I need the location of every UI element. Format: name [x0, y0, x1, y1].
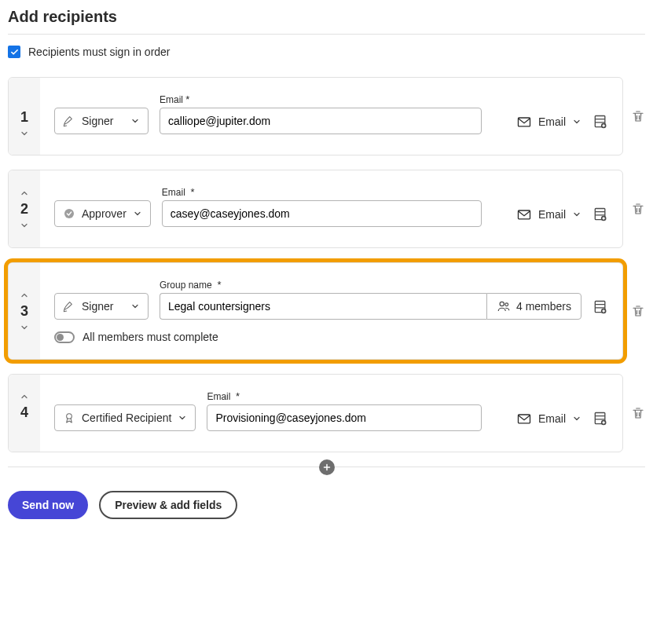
chevron-down-icon — [572, 210, 581, 219]
envelope-icon — [516, 207, 532, 222]
order-column: 2 — [9, 170, 40, 247]
move-up-button[interactable] — [20, 291, 29, 300]
footer-actions: Send now Preview & add fields — [8, 491, 645, 519]
delivery-method-select[interactable]: Email — [516, 207, 581, 222]
add-recipient-button[interactable] — [319, 459, 335, 475]
email-input[interactable] — [160, 108, 482, 134]
delete-recipient-button[interactable] — [631, 406, 645, 420]
svg-point-8 — [505, 303, 508, 306]
chevron-down-icon — [178, 413, 187, 423]
delete-recipient-button[interactable] — [631, 304, 645, 318]
address-book-icon — [592, 207, 608, 222]
role-label: Certified Recipient — [82, 412, 171, 424]
move-up-button[interactable] — [20, 188, 29, 198]
chevron-down-icon — [20, 129, 29, 138]
check-circle-icon — [63, 207, 75, 220]
address-book-button[interactable] — [592, 411, 608, 426]
sign-in-order-row: Recipients must sign in order — [8, 35, 645, 77]
pen-icon — [63, 115, 75, 127]
chevron-up-icon — [20, 291, 29, 300]
svg-point-11 — [67, 414, 72, 419]
delivery-method-select[interactable]: Email — [516, 114, 581, 130]
address-book-button[interactable] — [592, 114, 608, 130]
order-number: 2 — [20, 201, 28, 218]
people-icon — [497, 299, 511, 313]
address-book-icon — [592, 299, 608, 315]
chevron-down-icon — [130, 116, 140, 126]
recipient-card: 2 Approver Email * — [8, 170, 623, 248]
trash-icon — [631, 109, 645, 123]
card-body: Signer Email * Email — [40, 78, 622, 155]
delete-recipient-button[interactable] — [631, 202, 645, 216]
address-book-button[interactable] — [592, 299, 608, 315]
move-up-button[interactable] — [20, 392, 29, 401]
ribbon-icon — [63, 412, 75, 424]
card-body: Certified Recipient Email * Email — [40, 375, 622, 452]
order-column: 1 — [9, 78, 40, 155]
email-input[interactable] — [162, 200, 482, 227]
move-down-button[interactable] — [20, 129, 29, 138]
all-members-toggle-row: All members must complete — [54, 331, 608, 343]
send-now-button[interactable]: Send now — [8, 491, 88, 519]
group-name-input[interactable] — [160, 293, 486, 320]
card-body: Signer Group name * 4 members — [40, 263, 622, 359]
sign-in-order-label: Recipients must sign in order — [28, 46, 171, 58]
role-label: Approver — [82, 207, 127, 220]
all-members-toggle[interactable] — [54, 331, 75, 343]
address-book-icon — [592, 411, 608, 426]
svg-rect-0 — [518, 118, 530, 126]
envelope-icon — [516, 114, 532, 130]
order-number: 1 — [20, 109, 28, 126]
recipient-list: 1 Signer Email * — [8, 77, 645, 452]
chevron-up-icon — [20, 392, 29, 401]
chevron-up-icon — [20, 188, 29, 198]
chevron-down-icon — [572, 117, 581, 126]
address-book-button[interactable] — [592, 207, 608, 222]
checkmark-icon — [10, 48, 19, 57]
delivery-method-select[interactable]: Email — [516, 411, 581, 426]
trash-icon — [631, 406, 645, 420]
email-input[interactable] — [207, 404, 482, 431]
order-column: 4 — [9, 375, 40, 452]
role-label: Signer — [82, 300, 113, 313]
field-label: Email * — [162, 186, 482, 198]
card-body: Approver Email * Email — [40, 170, 622, 247]
role-select[interactable]: Approver — [54, 200, 151, 227]
svg-rect-4 — [518, 210, 530, 219]
group-members-button[interactable]: 4 members — [486, 293, 581, 320]
svg-rect-12 — [518, 415, 530, 423]
role-select[interactable]: Certified Recipient — [54, 404, 196, 431]
svg-point-7 — [500, 302, 504, 306]
move-down-button[interactable] — [20, 323, 29, 332]
role-label: Signer — [82, 115, 113, 127]
recipient-card: 4 Certified Recipient Email * — [8, 374, 623, 452]
trash-icon — [631, 202, 645, 216]
field-label: Email * — [160, 93, 482, 105]
order-number: 3 — [20, 303, 28, 320]
move-down-button[interactable] — [20, 221, 29, 230]
role-select[interactable]: Signer — [54, 293, 149, 320]
plus-icon — [322, 463, 332, 472]
recipient-card: 3 Signer Group name — [8, 262, 623, 360]
all-members-label: All members must complete — [83, 331, 218, 343]
svg-point-3 — [64, 209, 74, 218]
chevron-down-icon — [20, 323, 29, 332]
recipient-row: 2 Approver Email * — [8, 170, 645, 248]
pen-icon — [63, 300, 75, 313]
page-title: Add recipients — [8, 8, 645, 35]
recipient-row: 1 Signer Email * — [8, 77, 645, 156]
role-select[interactable]: Signer — [54, 108, 149, 134]
trash-icon — [631, 304, 645, 318]
chevron-down-icon — [130, 302, 140, 311]
order-column: 3 — [9, 263, 40, 359]
preview-add-fields-button[interactable]: Preview & add fields — [99, 491, 237, 519]
recipient-row: 3 Signer Group name — [8, 262, 645, 360]
sign-in-order-checkbox[interactable] — [8, 46, 20, 58]
chevron-down-icon — [133, 209, 142, 218]
field-label: Group name * — [160, 279, 581, 291]
delete-recipient-button[interactable] — [631, 109, 645, 123]
add-recipient-divider — [8, 467, 645, 467]
order-number: 4 — [20, 404, 28, 421]
recipient-card: 1 Signer Email * — [8, 77, 623, 156]
chevron-down-icon — [20, 221, 29, 230]
